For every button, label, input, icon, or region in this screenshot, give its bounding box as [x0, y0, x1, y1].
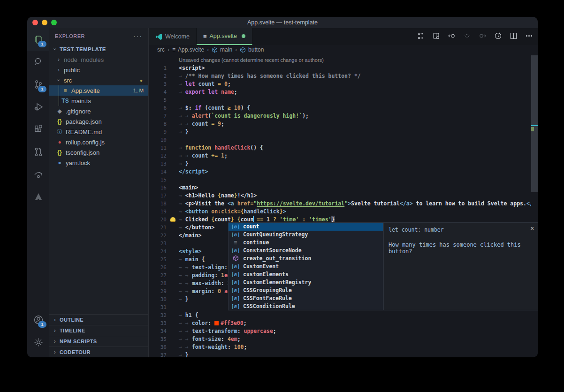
explorer-icon[interactable]: 1: [27, 28, 49, 51]
code-line[interactable]: 16<main>: [149, 184, 538, 192]
code-line[interactable]: 12→ → count += 1;: [149, 152, 538, 160]
line-number[interactable]: 24: [149, 248, 167, 256]
code-line[interactable]: 7→ → alert(`count is dangerously high!`)…: [149, 112, 538, 120]
line-number[interactable]: 7: [149, 112, 167, 120]
suggest-item-create_out_transition[interactable]: create_out_transition: [229, 255, 383, 263]
tree-item-yarn-lock[interactable]: ●yarn.lock: [49, 158, 148, 168]
line-number[interactable]: 4: [149, 88, 167, 96]
code-line[interactable]: 33→ → color: #ff3e00;: [149, 319, 538, 327]
close-window-button[interactable]: [32, 20, 38, 25]
code-line[interactable]: 1<script>: [149, 64, 538, 72]
gitlens-compare-icon[interactable]: [417, 32, 425, 42]
line-number[interactable]: 15: [149, 176, 167, 184]
suggest-item-customevent[interactable]: [∅]CustomEvent: [229, 263, 383, 271]
line-number[interactable]: 11: [149, 144, 167, 152]
previous-change-icon[interactable]: [448, 32, 456, 42]
line-number[interactable]: 25: [149, 256, 167, 264]
line-number[interactable]: 27: [149, 271, 167, 279]
code-line[interactable]: 19→ <button on:click={handleClick}>: [149, 208, 538, 216]
code-line[interactable]: 8→ → count = 9;: [149, 120, 538, 128]
scrollbar-thumb[interactable]: [531, 55, 538, 192]
line-number[interactable]: 1: [149, 64, 167, 72]
live-share-icon[interactable]: [27, 163, 49, 186]
line-number[interactable]: 5: [149, 96, 167, 104]
code-line[interactable]: 35→ → font-size: 4em;: [149, 335, 538, 343]
line-number[interactable]: 36: [149, 343, 167, 351]
code-line[interactable]: 11→ function handleClick() {: [149, 144, 538, 152]
section-timeline[interactable]: ›TIMELINE: [49, 325, 148, 336]
suggest-item-countqueuingstrategy[interactable]: [∅]CountQueuingStrategy: [229, 231, 383, 239]
file-history-icon[interactable]: [494, 32, 502, 42]
line-number[interactable]: 14: [149, 168, 167, 176]
tree-item-readme-md[interactable]: ⓘREADME.md: [49, 127, 148, 137]
line-number[interactable]: 2: [149, 72, 167, 80]
suggest-item-customelementregistry[interactable]: [∅]CustomElementRegistry: [229, 279, 383, 286]
tree-item-app-svelte[interactable]: ≡App.svelte1, M: [49, 85, 148, 96]
code-editor[interactable]: Unsaved changes (cannot determine recent…: [149, 54, 538, 357]
line-number[interactable]: 21: [149, 224, 167, 232]
close-icon[interactable]: ✕: [530, 225, 534, 231]
extensions-icon[interactable]: [27, 118, 49, 141]
suggest-item-cssfontfacerule[interactable]: [∅]CSSFontFaceRule: [229, 294, 383, 302]
suggest-item-cssconditionrule[interactable]: [∅]CSSConditionRule: [229, 302, 383, 310]
tree-item-main-ts[interactable]: TSmain.ts: [49, 96, 148, 106]
code-line[interactable]: 18→ <p>Visit the <a href="https://svelte…: [149, 200, 538, 208]
suggest-item-count[interactable]: [∅]count: [229, 223, 383, 231]
zoom-window-button[interactable]: [51, 20, 57, 25]
editor-scrollbar[interactable]: [531, 54, 538, 357]
line-number[interactable]: 31: [149, 303, 167, 311]
line-number[interactable]: 12: [149, 152, 167, 160]
breadcrumb-src[interactable]: src: [157, 46, 165, 53]
tree-item-package-json[interactable]: {}package.json: [49, 116, 148, 127]
code-line[interactable]: 17→ <h1>Hello {name}!</h1>: [149, 192, 538, 200]
tree-item-node-modules[interactable]: ›node_modules: [49, 54, 148, 65]
code-line[interactable]: 36→ → font-weight: 100;: [149, 343, 538, 351]
codelens-blame[interactable]: Unsaved changes (cannot determine recent…: [149, 56, 538, 64]
explorer-more-actions-icon[interactable]: ···: [133, 32, 143, 40]
line-number[interactable]: 20: [149, 216, 167, 224]
line-number[interactable]: 10: [149, 136, 167, 144]
project-root-row[interactable]: › TEST-TEMPLATE: [49, 44, 148, 54]
next-change-icon[interactable]: [479, 32, 487, 42]
code-line[interactable]: 4→ export let name;: [149, 88, 538, 96]
line-number[interactable]: 8: [149, 120, 167, 128]
line-number[interactable]: 34: [149, 327, 167, 335]
run-and-debug-icon[interactable]: [27, 96, 49, 118]
code-line[interactable]: 6→ $: if (count ≥ 10) {: [149, 104, 538, 112]
tree-item-src[interactable]: ›src●: [49, 75, 148, 85]
line-number[interactable]: 16: [149, 184, 167, 192]
suggest-item-continue[interactable]: ≣continue: [229, 239, 383, 247]
code-line[interactable]: 3→ let count = 0;: [149, 80, 538, 88]
code-line[interactable]: 5: [149, 96, 538, 104]
settings-gear-icon[interactable]: [27, 331, 49, 354]
minimize-window-button[interactable]: [42, 20, 47, 25]
breadcrumb-button[interactable]: button: [240, 46, 264, 53]
line-number[interactable]: 9: [149, 128, 167, 136]
circle-dashed-icon[interactable]: [463, 32, 471, 42]
line-number[interactable]: 28: [149, 279, 167, 287]
azure-icon[interactable]: [27, 186, 49, 208]
breadcrumb-app-svelte[interactable]: ≡App.svelte: [172, 46, 204, 53]
code-line[interactable]: 9→ }: [149, 128, 538, 136]
code-line[interactable]: 14</script>: [149, 168, 538, 176]
section-outline[interactable]: ›OUTLINE: [49, 314, 148, 325]
line-number[interactable]: 22: [149, 232, 167, 240]
line-number[interactable]: 37: [149, 351, 167, 357]
tree-item-rollup-config-js[interactable]: ●rollup.config.js: [49, 137, 148, 147]
tab-welcome[interactable]: Welcome: [149, 28, 197, 45]
code-line[interactable]: 2→ /** How many times has someone clicke…: [149, 72, 538, 80]
tree-item--gitignore[interactable]: ◆.gitignore: [49, 106, 148, 116]
section-npm-scripts[interactable]: ›NPM SCRIPTS: [49, 336, 148, 347]
suggest-item-customelements[interactable]: [∅]customElements: [229, 271, 383, 279]
line-number[interactable]: 33: [149, 319, 167, 327]
line-number[interactable]: 3: [149, 80, 167, 88]
accounts-icon[interactable]: 1: [27, 309, 49, 331]
breadcrumb-main[interactable]: main: [212, 46, 232, 53]
line-number[interactable]: 32: [149, 311, 167, 319]
github-pull-requests-icon[interactable]: [27, 141, 49, 163]
line-number[interactable]: 26: [149, 264, 167, 271]
code-line[interactable]: 10: [149, 136, 538, 144]
suggest-item-constantsourcenode[interactable]: [∅]ConstantSourceNode: [229, 247, 383, 255]
suggest-item-cssgroupingrule[interactable]: [∅]CSSGroupingRule: [229, 286, 383, 294]
code-line[interactable]: 37→ }: [149, 351, 538, 357]
